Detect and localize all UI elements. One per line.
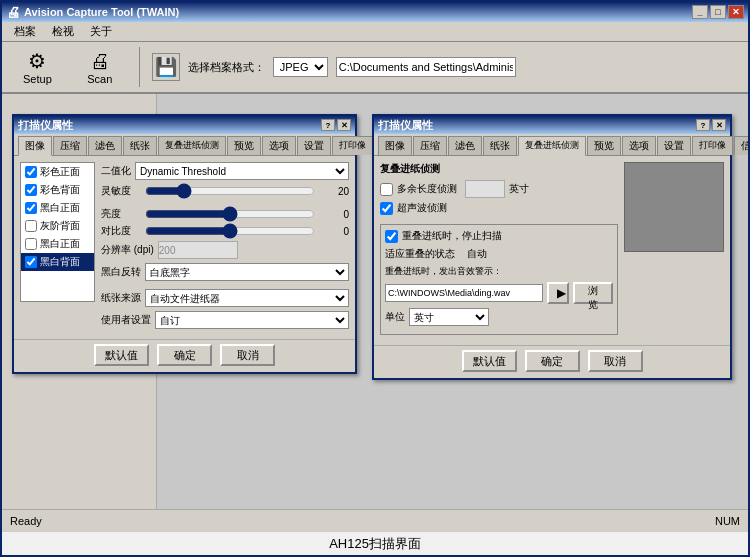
menu-bar: 档案 检视 关于 (2, 22, 748, 42)
size-select[interactable]: 自订 A4 Letter (155, 311, 349, 329)
dialog2-overlap-group: 重叠进纸时，停止扫描 适应重叠的状态 自动 重叠进纸时，发出音效警示： ▶ (380, 224, 618, 335)
scan-icon: 🖨 (86, 49, 114, 73)
brightness-label: 亮度 (101, 207, 141, 221)
dialog1-close-button[interactable]: ✕ (337, 119, 351, 131)
list-item-bw-front2[interactable]: 黑白正面 (21, 235, 94, 253)
save-icon[interactable]: 💾 (152, 53, 180, 81)
source-select[interactable]: 自动文件进纸器 平板 (145, 289, 349, 307)
brightness-slider[interactable] (145, 207, 315, 221)
checkbox-color-front[interactable] (25, 166, 37, 178)
dialog1-tab-paper[interactable]: 纸张 (123, 136, 157, 155)
auto-label: 适应重叠的状态 (385, 247, 455, 261)
dialog1-default-button[interactable]: 默认值 (94, 344, 149, 366)
binarize-select[interactable]: Dynamic Threshold Fixed Processing (135, 162, 349, 180)
dialog-scanner-properties-1: 打描仪属性 ? ✕ 图像 压缩 滤色 纸张 复叠进纸侦测 预览 选项 设置 打印… (12, 114, 357, 374)
sensitivity-slider[interactable] (145, 184, 315, 198)
file-path-input[interactable] (336, 57, 516, 77)
dialog2-tab-filter[interactable]: 滤色 (448, 136, 482, 155)
dialog1-page-list-container: 彩色正面 彩色背面 黑白正面 灰阶背面 (20, 162, 95, 333)
menu-view[interactable]: 检视 (44, 22, 82, 41)
dialog1-tab-preview[interactable]: 预览 (227, 136, 261, 155)
scan-button[interactable]: 🖨 Scan (73, 44, 127, 90)
checkbox-gray-back[interactable] (25, 220, 37, 232)
dialog1-tab-filter[interactable]: 滤色 (88, 136, 122, 155)
sound-play-button[interactable]: ▶ (547, 282, 569, 304)
invert-select[interactable]: 白底黑字 黑底白字 (145, 263, 349, 281)
close-button[interactable]: ✕ (728, 5, 744, 19)
checkbox-bw-front[interactable] (25, 202, 37, 214)
dialog1-help-button[interactable]: ? (321, 119, 335, 131)
file-format-select[interactable]: JPEG BMP TIFF PDF (273, 57, 328, 77)
dialog2-tab-info[interactable]: 信息 (734, 136, 748, 155)
sound-path-input[interactable] (385, 284, 543, 302)
checkbox-bw-front2[interactable] (25, 238, 37, 250)
setup-icon: ⚙ (23, 49, 51, 73)
unit-select[interactable]: 英寸 毫米 像素 (409, 308, 489, 326)
dialog1-tab-options[interactable]: 选项 (262, 136, 296, 155)
dialog1-cancel-button[interactable]: 取消 (220, 344, 275, 366)
dialog2-sound-row: 重叠进纸时，发出音效警示： (385, 265, 613, 278)
dpi-input (158, 241, 238, 259)
sound-browse-button[interactable]: 浏览 (573, 282, 613, 304)
dialog2-tab-image[interactable]: 图像 (378, 136, 412, 155)
dialog1-ok-button[interactable]: 确定 (157, 344, 212, 366)
setup-label: Setup (23, 73, 52, 85)
contrast-slider[interactable] (145, 224, 315, 238)
list-item-color-front[interactable]: 彩色正面 (21, 163, 94, 181)
dialog1-page-list[interactable]: 彩色正面 彩色背面 黑白正面 灰阶背面 (20, 162, 95, 302)
dialog2-tab-paper[interactable]: 纸张 (483, 136, 517, 155)
dpi-label: 分辨率 (dpi) (101, 243, 154, 257)
source-label: 纸张来源 (101, 291, 141, 305)
sensitivity-value: 20 (319, 186, 349, 197)
dialog1-tab-compress[interactable]: 压缩 (53, 136, 87, 155)
dialog1-tab-overlap[interactable]: 复叠进纸侦测 (158, 136, 226, 155)
dialog2-title: 打描仪属性 (378, 118, 433, 133)
dialog1-brightness-row: 亮度 0 (101, 207, 349, 221)
dialog2-form: 复叠进纸侦测 多余长度侦测 英寸 超声波侦测 (380, 162, 618, 339)
check-ultrasonic-label: 超声波侦测 (397, 201, 447, 215)
dialog1-tab-print[interactable]: 打印像 (332, 136, 373, 155)
dialog2-default-button[interactable]: 默认值 (462, 350, 517, 372)
status-bar: Ready NUM (2, 509, 748, 531)
dialog2-tab-print[interactable]: 打印像 (692, 136, 733, 155)
dialog2-tabs: 图像 压缩 滤色 纸张 复叠进纸侦测 预览 选项 设置 打印像 信息 (374, 134, 730, 156)
dialog1-form: 二值化 Dynamic Threshold Fixed Processing 灵… (101, 162, 349, 333)
dialog2-tab-options[interactable]: 选项 (622, 136, 656, 155)
dialog2-tab-preview[interactable]: 预览 (587, 136, 621, 155)
dialog2-tab-compress[interactable]: 压缩 (413, 136, 447, 155)
dialog2-title-bar: 打描仪属性 ? ✕ (374, 116, 730, 134)
minimize-button[interactable]: _ (692, 5, 708, 19)
file-format-label: 选择档案格式： (188, 60, 265, 75)
stop-scan-label: 重叠进纸时，停止扫描 (402, 229, 502, 243)
dialog1-tab-settings[interactable]: 设置 (297, 136, 331, 155)
dialog2-tab-overlap[interactable]: 复叠进纸侦测 (518, 136, 586, 156)
dialog1-title: 打描仪属性 (18, 118, 73, 133)
list-item-color-back[interactable]: 彩色背面 (21, 181, 94, 199)
title-bar: 🖨 Avision Capture Tool (TWAIN) _ □ ✕ (2, 2, 748, 22)
dialog1-tabs: 图像 压缩 滤色 纸张 复叠进纸侦测 预览 选项 设置 打印像 信息 (14, 134, 355, 156)
dialog2-close-button[interactable]: ✕ (712, 119, 726, 131)
dialog-scanner-properties-2: 打描仪属性 ? ✕ 图像 压缩 滤色 纸张 复叠进纸侦测 预览 选项 设置 打印… (372, 114, 732, 380)
dialog1-source-row: 纸张来源 自动文件进纸器 平板 (101, 289, 349, 307)
checkbox-color-back[interactable] (25, 184, 37, 196)
dialog2-tab-settings[interactable]: 设置 (657, 136, 691, 155)
menu-about[interactable]: 关于 (82, 22, 120, 41)
dialog2-help-button[interactable]: ? (696, 119, 710, 131)
list-item-gray-back[interactable]: 灰阶背面 (21, 217, 94, 235)
menu-file[interactable]: 档案 (6, 22, 44, 41)
contrast-label: 对比度 (101, 224, 141, 238)
checkbox-bw-back[interactable] (25, 256, 37, 268)
dialog2-ok-button[interactable]: 确定 (525, 350, 580, 372)
check-stop-scan[interactable] (385, 230, 398, 243)
list-item-bw-back[interactable]: 黑白背面 (21, 253, 94, 271)
check-ultrasonic[interactable] (380, 202, 393, 215)
list-item-bw-front[interactable]: 黑白正面 (21, 199, 94, 217)
dialog1-tab-image[interactable]: 图像 (18, 136, 52, 156)
dialog1-title-btns: ? ✕ (321, 119, 351, 131)
maximize-button[interactable]: □ (710, 5, 726, 19)
preview-image (624, 162, 724, 252)
dialog2-cancel-button[interactable]: 取消 (588, 350, 643, 372)
setup-button[interactable]: ⚙ Setup (10, 44, 65, 90)
dialog2-check-ultrasonic: 超声波侦测 (380, 201, 618, 215)
check-length[interactable] (380, 183, 393, 196)
